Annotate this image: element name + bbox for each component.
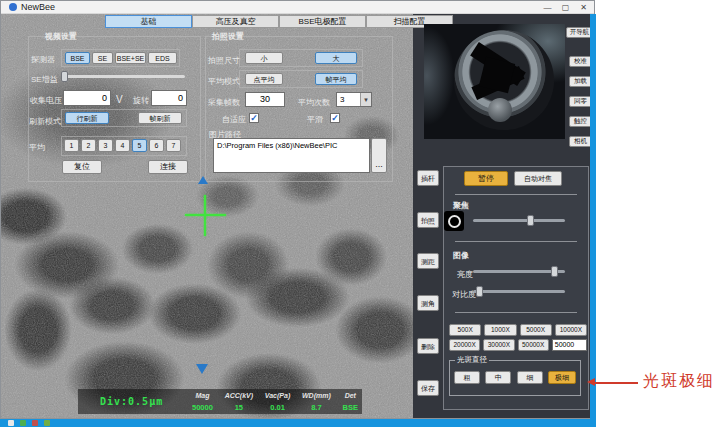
measure-distance-button[interactable]: 测距 [417,253,439,269]
brightness-slider[interactable] [473,266,565,277]
contrast-slider[interactable] [473,286,565,297]
panel-divider [455,312,577,313]
touch-control-button[interactable]: 触控 [569,116,592,127]
mag-10000x-button[interactable]: 10000X [555,324,587,336]
magnification-row-1: 500X 1000X 5000X 10000X [449,324,587,336]
mag-500x-button[interactable]: 500X [449,324,481,336]
window-title: NewBee [21,2,55,12]
frames-input[interactable]: 30 [245,92,285,107]
close-button[interactable]: ✕ [576,1,591,13]
image-path-input[interactable]: D:\Program Files (x86)\NewBee\PIC [213,138,370,173]
status-col-vac: Vac(Pa) 0.01 [265,392,290,412]
panel-divider [455,241,577,242]
save-button[interactable]: 保存 [417,380,439,396]
spot-extrafine-button[interactable]: 极细 [548,371,576,384]
reset-button[interactable]: 复位 [62,160,102,174]
taskbar-icon[interactable] [44,420,50,426]
desktop-edge-strip [590,14,596,427]
photo-size-label: 拍照尺寸 [208,55,240,66]
connect-button[interactable]: 连接 [148,160,188,174]
camera-button[interactable]: 相机 [569,136,592,147]
start-button-icon[interactable] [8,420,14,426]
frame-average-button[interactable]: 帧平均 [315,73,357,85]
detector-bse-button[interactable]: BSE [65,52,90,64]
take-photo-button[interactable]: 拍照 [417,212,439,228]
delete-button[interactable]: 删除 [417,338,439,354]
browse-button[interactable]: ... [371,138,387,173]
minimize-button[interactable]: — [540,1,555,13]
mag-custom-input[interactable]: 50000 [552,339,587,351]
panel-divider [455,194,577,195]
home-zero-button[interactable]: 回零 [569,96,592,107]
pause-button[interactable]: 暂停 [464,171,508,186]
measure-angle-button[interactable]: 测角 [417,295,439,311]
collect-voltage-input[interactable]: 0 [63,90,111,106]
gain-slider-track [63,75,185,78]
detector-eds-button[interactable]: EDS [148,52,177,64]
scale-division-text: Div:0.5μm [100,396,163,407]
avg-count-label: 平均次数 [298,97,330,108]
mag-20000x-button[interactable]: 20000X [449,339,480,351]
gain-label: SE增益 [31,74,58,85]
gain-slider-thumb[interactable] [61,71,68,82]
point-average-button[interactable]: 点平均 [245,73,283,85]
smooth-label: 平滑 [307,114,323,125]
image-group-label: 图像 [453,250,469,261]
smooth-checkbox[interactable] [330,113,340,123]
voltage-unit-label: V [116,94,123,105]
detector-label: 探测器 [31,54,55,65]
insert-rod-button[interactable]: 插杆 [417,170,439,186]
spot-diameter-label: 光斑直径 [455,355,489,365]
spot-medium-button[interactable]: 中 [485,371,511,384]
dropdown-arrow-icon[interactable]: ▼ [360,93,371,106]
contrast-slider-track [473,290,565,293]
refresh-frame-button[interactable]: 帧刷新 [138,112,182,124]
annotation-text: 光斑极细 [643,371,715,392]
average-5-button[interactable]: 5 [132,139,147,152]
spot-coarse-button[interactable]: 粗 [454,371,480,384]
mag-5000x-button[interactable]: 5000X [520,324,552,336]
size-large-button[interactable]: 大 [315,52,357,64]
tab-basic[interactable]: 基础 [105,15,192,28]
focus-slider[interactable] [473,215,565,226]
mag-50000x-button[interactable]: 50000X [518,339,549,351]
load-button[interactable]: 加载 [569,76,592,87]
spot-fine-button[interactable]: 细 [517,371,543,384]
desktop-screenshot: NewBee — ▢ ✕ 基础 高压及真空 BSE电极配置 扫描配置 视频设置 … [0,0,720,427]
detector-se-button[interactable]: SE [92,52,113,64]
avg-count-dropdown[interactable]: 3 ▼ [336,92,372,107]
average-4-button[interactable]: 4 [115,139,130,152]
avg-count-value: 3 [337,93,360,106]
detector-bse-se-button[interactable]: BSE+SE [115,52,146,64]
average-7-button[interactable]: 7 [166,139,181,152]
bottom-position-marker-icon [196,364,208,374]
brightness-slider-thumb[interactable] [551,266,558,277]
windows-taskbar[interactable] [0,419,596,427]
average-2-button[interactable]: 2 [81,139,96,152]
mag-1000x-button[interactable]: 1000X [484,324,516,336]
calibrate-button[interactable]: 校准 [569,56,592,67]
taskbar-icon[interactable] [20,420,26,426]
tab-bse-electrode[interactable]: BSE电极配置 [279,15,366,28]
brightness-label: 亮度 [457,269,473,280]
open-navigation-button[interactable]: 开导航 [566,27,593,38]
autofocus-button[interactable]: 自动对焦 [514,171,562,186]
average-6-button[interactable]: 6 [149,139,164,152]
gain-slider[interactable] [63,71,185,82]
taskbar-icon[interactable] [32,420,38,426]
tab-hv-vacuum[interactable]: 高压及真空 [192,15,279,28]
average-1-button[interactable]: 1 [64,139,79,152]
focus-indicator-icon [444,211,464,231]
rotation-input[interactable]: 0 [151,90,187,106]
refresh-mode-label: 刷新模式 [29,116,61,127]
mag-30000x-button[interactable]: 30000X [483,339,514,351]
chamber-stub-cylinder [488,98,512,122]
refresh-line-button[interactable]: 行刷新 [65,112,109,124]
size-small-button[interactable]: 小 [245,52,283,64]
adaptive-checkbox[interactable] [249,113,259,123]
maximize-button[interactable]: ▢ [558,1,573,13]
contrast-slider-thumb[interactable] [476,286,483,297]
app-icon [9,3,17,11]
average-3-button[interactable]: 3 [98,139,113,152]
focus-slider-thumb[interactable] [527,215,534,226]
